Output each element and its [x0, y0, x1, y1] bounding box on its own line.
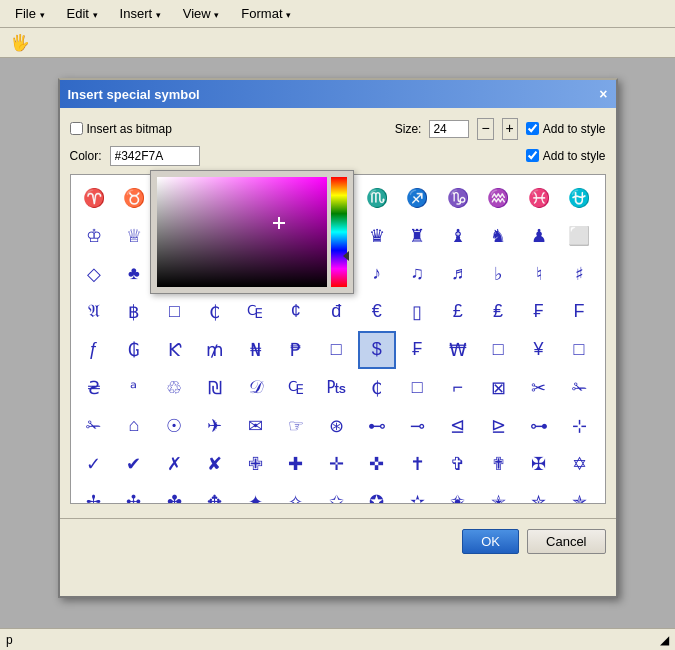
symbol-cell[interactable]: ✁ — [75, 407, 113, 445]
symbol-cell[interactable]: ♪ — [358, 255, 396, 293]
symbol-cell[interactable]: ✈ — [196, 407, 234, 445]
symbol-cell[interactable]: ♬ — [439, 255, 477, 293]
symbol-cell[interactable]: ✭ — [479, 483, 517, 504]
symbol-cell[interactable]: ✮ — [520, 483, 558, 504]
symbol-cell[interactable]: ₤ — [479, 293, 517, 331]
symbol-cell[interactable]: ✚ — [277, 445, 315, 483]
size-input[interactable] — [429, 120, 469, 138]
symbol-cell[interactable]: ₦ — [236, 331, 274, 369]
symbol-cell[interactable]: ✛ — [317, 445, 355, 483]
symbol-cell[interactable]: □ — [398, 369, 436, 407]
symbol-cell[interactable]: ♕ — [115, 217, 153, 255]
symbol-cell[interactable]: ♔ — [75, 217, 113, 255]
symbol-cell[interactable]: ♒ — [479, 179, 517, 217]
symbol-cell[interactable]: ₥ — [196, 331, 234, 369]
symbol-cell[interactable]: F — [560, 293, 598, 331]
symbol-cell[interactable]: ♈ — [75, 179, 113, 217]
close-button[interactable]: × — [599, 87, 607, 101]
symbol-cell[interactable]: ✫ — [398, 483, 436, 504]
symbol-cell[interactable]: ⊹ — [560, 407, 598, 445]
symbol-cell[interactable]: ✣ — [115, 483, 153, 504]
symbol-cell[interactable]: ✩ — [317, 483, 355, 504]
symbol-cell[interactable]: ✝ — [398, 445, 436, 483]
symbol-cell[interactable]: ⌐ — [439, 369, 477, 407]
symbol-cell[interactable]: ♐ — [398, 179, 436, 217]
symbol-cell[interactable]: ⊛ — [317, 407, 355, 445]
symbol-cell[interactable]: ₱ — [277, 331, 315, 369]
menu-insert[interactable]: Insert ▾ — [111, 3, 170, 24]
symbol-cell[interactable]: ✔ — [115, 445, 153, 483]
symbol-cell[interactable]: ¥ — [520, 331, 558, 369]
symbol-cell[interactable]: ⬜ — [560, 217, 598, 255]
symbol-cell[interactable]: Ƙ — [155, 331, 193, 369]
symbol-cell[interactable]: ⊸ — [398, 407, 436, 445]
cancel-button[interactable]: Cancel — [527, 529, 605, 554]
add-style-checkbox-2[interactable] — [526, 149, 539, 162]
add-style-checkbox-1[interactable] — [526, 122, 539, 135]
symbol-cell[interactable]: ♭ — [479, 255, 517, 293]
symbol-cell[interactable]: ♫ — [398, 255, 436, 293]
symbol-cell[interactable]: ☉ — [155, 407, 193, 445]
symbol-cell[interactable]: ♏ — [358, 179, 396, 217]
symbol-cell[interactable]: ✓ — [75, 445, 113, 483]
symbol-cell[interactable]: ♣ — [115, 255, 153, 293]
symbol-cell[interactable]: ₠ — [277, 369, 315, 407]
menu-file[interactable]: File ▾ — [6, 3, 54, 24]
symbol-cell[interactable]: ₵ — [196, 293, 234, 331]
symbol-cell[interactable]: ☞ — [277, 407, 315, 445]
symbol-cell[interactable]: ✁ — [560, 369, 598, 407]
symbol-cell[interactable]: ₴ — [75, 369, 113, 407]
symbol-cell[interactable]: £ — [439, 293, 477, 331]
symbol-cell[interactable]: ♉ — [115, 179, 153, 217]
symbol-cell[interactable]: ♞ — [479, 217, 517, 255]
symbol-cell[interactable]: ✠ — [520, 445, 558, 483]
menu-edit[interactable]: Edit ▾ — [58, 3, 107, 24]
symbol-cell[interactable]: ✬ — [439, 483, 477, 504]
symbol-cell[interactable]: ♓ — [520, 179, 558, 217]
symbol-cell[interactable]: ✟ — [479, 445, 517, 483]
color-input[interactable] — [110, 146, 200, 166]
symbol-cell[interactable]: ⊷ — [358, 407, 396, 445]
symbol-cell[interactable]: ✪ — [358, 483, 396, 504]
symbol-cell[interactable]: □ — [317, 331, 355, 369]
symbol-cell[interactable]: ✘ — [196, 445, 234, 483]
toolbar-icon[interactable]: 🖐 — [6, 31, 34, 54]
symbol-cell[interactable]: 𝔄 — [75, 293, 113, 331]
symbol-cell[interactable]: ⛎ — [560, 179, 598, 217]
symbol-cell[interactable]: ♑ — [439, 179, 477, 217]
symbol-cell[interactable]: ♲ — [155, 369, 193, 407]
symbol-cell[interactable]: ♟ — [520, 217, 558, 255]
symbol-cell[interactable]: ◇ — [75, 255, 113, 293]
symbol-cell[interactable]: 𝒟 — [236, 369, 274, 407]
symbol-cell[interactable]: ♛ — [358, 217, 396, 255]
add-style-checkbox-1-label[interactable]: Add to style — [526, 122, 606, 136]
symbol-cell[interactable]: ✥ — [196, 483, 234, 504]
symbol-cell[interactable]: ✞ — [439, 445, 477, 483]
menu-view[interactable]: View ▾ — [174, 3, 229, 24]
symbol-cell[interactable]: ✡ — [560, 445, 598, 483]
bitmap-checkbox-label[interactable]: Insert as bitmap — [70, 122, 172, 136]
symbol-cell[interactable]: ᵃ — [115, 369, 153, 407]
symbol-cell[interactable]: ⊵ — [479, 407, 517, 445]
symbol-cell[interactable]: € — [358, 293, 396, 331]
symbol-cell[interactable]: ⊶ — [520, 407, 558, 445]
symbol-cell[interactable]: ✤ — [155, 483, 193, 504]
symbol-cell[interactable]: ✗ — [155, 445, 193, 483]
symbol-cell[interactable]: ♮ — [520, 255, 558, 293]
color-spectrum[interactable] — [331, 177, 347, 287]
symbol-cell[interactable]: ₣ — [520, 293, 558, 331]
symbol-cell[interactable]: ♝ — [439, 217, 477, 255]
symbol-cell[interactable]: ✢ — [75, 483, 113, 504]
symbol-cell[interactable]: ฿ — [115, 293, 153, 331]
symbol-cell[interactable]: □ — [155, 293, 193, 331]
symbol-cell[interactable]: ₠ — [236, 293, 274, 331]
symbol-cell[interactable]: đ — [317, 293, 355, 331]
symbol-cell[interactable]: ✯ — [560, 483, 598, 504]
symbol-cell[interactable]: ✧ — [277, 483, 315, 504]
symbol-cell[interactable]: ♜ — [398, 217, 436, 255]
symbol-cell-selected[interactable]: $ — [358, 331, 396, 369]
ok-button[interactable]: OK — [462, 529, 519, 554]
symbol-cell[interactable]: ⊠ — [479, 369, 517, 407]
symbol-cell[interactable]: ₧ — [317, 369, 355, 407]
symbol-cell[interactable]: ⌂ — [115, 407, 153, 445]
